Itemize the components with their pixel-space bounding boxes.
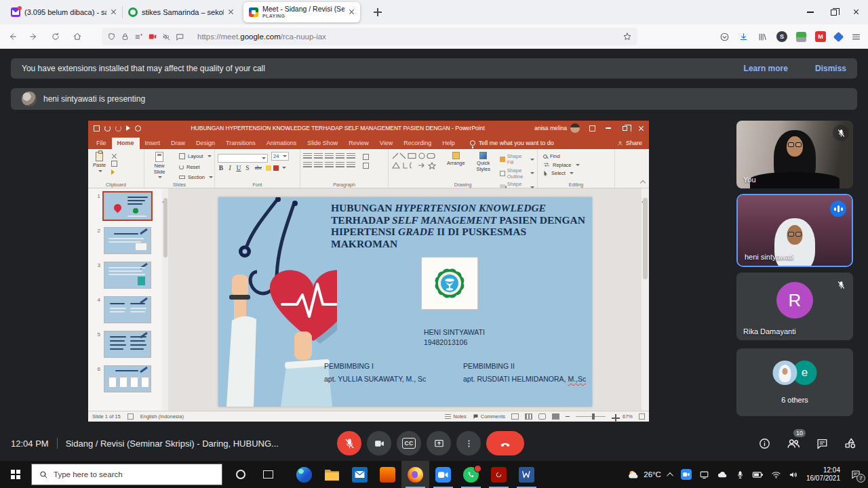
mic-toggle-button[interactable] xyxy=(337,431,361,455)
wifi-icon[interactable] xyxy=(771,470,781,479)
reload-icon[interactable] xyxy=(46,27,65,46)
present-button[interactable] xyxy=(427,431,451,455)
highlight-color-icon[interactable] xyxy=(266,165,271,171)
action-center-button[interactable]: 7 xyxy=(850,469,861,480)
italic-button[interactable]: I xyxy=(226,165,233,171)
back-icon[interactable] xyxy=(3,27,22,46)
text-shadow-button[interactable]: S xyxy=(244,165,251,171)
font-color-icon[interactable] xyxy=(273,165,279,171)
pocket-icon[interactable] xyxy=(719,32,730,42)
justify-icon[interactable] xyxy=(336,162,344,169)
cortana-button[interactable] xyxy=(226,461,254,488)
strikethrough-button[interactable]: abc xyxy=(253,165,264,171)
tab-insert[interactable]: Insert xyxy=(140,138,166,149)
format-painter-icon[interactable] xyxy=(111,169,115,175)
share-button[interactable]: Share xyxy=(610,140,649,149)
layout-button[interactable]: Layout xyxy=(179,153,213,159)
captions-button[interactable]: CC xyxy=(397,431,421,455)
people-button[interactable]: 10 xyxy=(786,436,801,451)
library-icon[interactable] xyxy=(757,32,768,42)
slide-scrollbar[interactable] xyxy=(642,188,649,411)
tab-stikes[interactable]: stikes Samarinda – sekolah ting xyxy=(123,0,239,24)
participant-tile-heni[interactable]: heni sintyawati xyxy=(736,194,853,267)
numbering-icon[interactable] xyxy=(314,153,323,160)
participant-tile-you[interactable]: You xyxy=(736,121,853,188)
thumbnail-1[interactable]: 1 xyxy=(94,192,168,220)
tray-expand-icon[interactable] xyxy=(667,472,673,479)
thumbnail-3[interactable]: 3 xyxy=(94,262,168,289)
pen-icon[interactable] xyxy=(135,125,141,131)
tab-home[interactable]: Home xyxy=(112,138,140,149)
camera-toggle-button[interactable] xyxy=(367,431,391,455)
align-center-icon[interactable] xyxy=(314,162,323,169)
chat-icon[interactable] xyxy=(816,437,829,450)
slideshow-view-icon[interactable] xyxy=(552,413,559,420)
fit-to-window-icon[interactable] xyxy=(639,413,645,420)
tab-draw[interactable]: Draw xyxy=(165,138,191,149)
close-button[interactable] xyxy=(845,0,868,24)
taskbar-whatsapp[interactable] xyxy=(457,461,485,488)
onedrive-icon[interactable] xyxy=(717,470,728,479)
reset-button[interactable]: Reset xyxy=(179,164,213,170)
find-button[interactable]: Find xyxy=(543,153,612,159)
ppt-account[interactable]: anisa melina xyxy=(534,123,580,133)
section-button[interactable]: Section xyxy=(179,174,213,180)
restore-button[interactable] xyxy=(822,0,845,24)
current-slide[interactable]: HUBUNGAN HYPERTENSION KNOWLEDGE TERHADAP… xyxy=(218,197,592,407)
underline-button[interactable]: U xyxy=(235,165,242,171)
taskbar-mail[interactable] xyxy=(346,461,374,488)
thumbnail-scrollbar[interactable] xyxy=(162,188,168,411)
bold-button[interactable]: B xyxy=(218,165,224,171)
permissions-icon[interactable] xyxy=(134,33,143,41)
start-slideshow-icon[interactable] xyxy=(126,125,130,131)
indent-decrease-icon[interactable] xyxy=(325,153,334,160)
taskbar-acrobat[interactable] xyxy=(485,461,513,488)
url-bar[interactable]: https://meet.google.com/rca-nuup-iax xyxy=(102,28,637,45)
save-icon[interactable] xyxy=(94,125,100,131)
zoom-slider[interactable] xyxy=(576,416,606,418)
line-spacing-icon[interactable] xyxy=(347,153,355,160)
thumbnail-4[interactable]: 4 xyxy=(94,296,168,323)
columns-icon[interactable] xyxy=(347,162,355,169)
autoplay-blocked-icon[interactable] xyxy=(162,33,171,41)
more-options-button[interactable] xyxy=(456,431,481,455)
tab-animations[interactable]: Animations xyxy=(261,138,302,149)
paste-button[interactable]: Paste xyxy=(91,152,108,175)
menu-icon[interactable] xyxy=(851,32,861,42)
align-left-icon[interactable] xyxy=(303,162,312,169)
weather-widget[interactable]: 26°C xyxy=(627,469,661,480)
collapse-ribbon-icon[interactable] xyxy=(640,180,646,186)
dismiss-link[interactable]: Dismiss xyxy=(815,64,846,73)
m-extension-icon[interactable]: M xyxy=(815,31,826,42)
ppt-restore-icon[interactable] xyxy=(616,121,633,136)
message-icon[interactable] xyxy=(176,33,184,41)
extension-icon[interactable] xyxy=(796,32,806,42)
tab-transitions[interactable]: Transitions xyxy=(220,138,261,149)
tray-clock[interactable]: 12:04 16/07/2021 xyxy=(806,466,840,483)
taskbar-office[interactable] xyxy=(374,461,401,488)
font-name-select[interactable] xyxy=(218,154,268,163)
shield-icon[interactable] xyxy=(107,33,116,41)
ppt-close-icon[interactable] xyxy=(633,121,649,136)
normal-view-icon[interactable] xyxy=(511,413,519,420)
slide-sorter-icon[interactable] xyxy=(525,413,532,420)
s-extension-icon[interactable]: S xyxy=(776,31,787,42)
participant-tile-others[interactable]: e 6 others xyxy=(736,348,853,416)
microphone-tray-icon[interactable] xyxy=(736,470,745,479)
end-call-button[interactable] xyxy=(486,431,524,455)
text-direction-icon[interactable] xyxy=(363,154,369,160)
zoom-level[interactable]: 67% xyxy=(623,413,633,420)
zoom-in-icon[interactable] xyxy=(612,414,616,419)
battery-icon[interactable] xyxy=(752,470,764,479)
tab-close-icon[interactable] xyxy=(111,8,117,16)
minimize-button[interactable] xyxy=(799,0,822,24)
task-view-button[interactable] xyxy=(254,461,282,488)
tab-help[interactable]: Help xyxy=(437,138,460,149)
tab-design[interactable]: Design xyxy=(191,138,220,149)
comments-button[interactable]: Comments xyxy=(473,413,505,420)
tab-file[interactable]: File xyxy=(91,138,112,149)
ribbon-display-options-icon[interactable] xyxy=(584,121,600,136)
speaker-icon[interactable] xyxy=(789,470,799,479)
forward-icon[interactable] xyxy=(24,27,43,46)
taskbar-edge[interactable] xyxy=(290,461,318,488)
